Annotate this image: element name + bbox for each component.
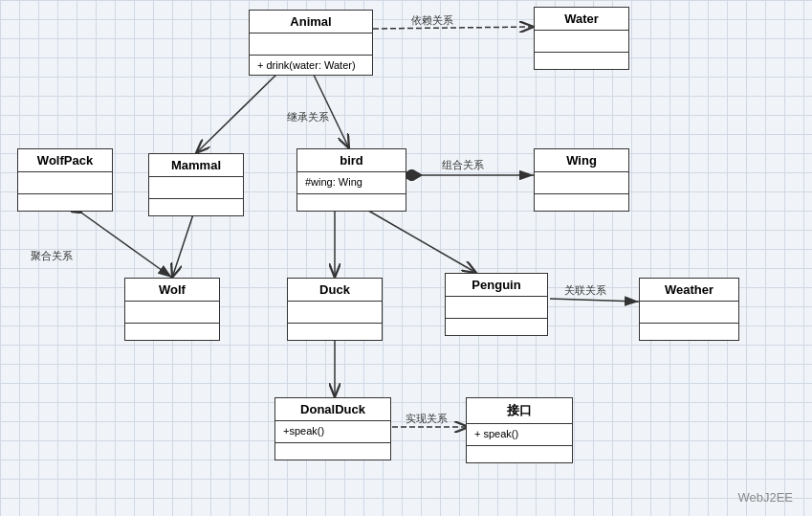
class-penguin-body xyxy=(446,297,547,318)
class-bird-body: #wing: Wing xyxy=(297,172,406,193)
class-wolf-name: Wolf xyxy=(125,279,219,302)
class-animal-name: Animal xyxy=(250,11,372,34)
class-donalduck-name: DonalDuck xyxy=(275,398,390,421)
class-wolf: Wolf xyxy=(124,278,220,341)
watermark: WebJ2EE xyxy=(737,490,793,505)
class-weather-body2 xyxy=(640,323,738,340)
class-duck: Duck xyxy=(287,278,383,341)
class-penguin: Penguin xyxy=(445,273,548,336)
class-interface: 接口 + speak() xyxy=(466,397,573,463)
class-donalduck: DonalDuck +speak() xyxy=(274,397,391,460)
class-water-body2 xyxy=(535,52,628,69)
class-water: Water xyxy=(534,7,629,70)
class-mammal: Mammal xyxy=(148,153,244,216)
class-weather-body xyxy=(640,302,738,323)
class-bird: bird #wing: Wing xyxy=(296,148,406,212)
class-wolfpack-name: WolfPack xyxy=(18,149,112,172)
class-wolfpack-body xyxy=(18,172,112,193)
class-wolf-body2 xyxy=(125,323,219,340)
label-aggregate: 聚合关系 xyxy=(31,249,73,263)
label-associate: 关联关系 xyxy=(564,283,606,298)
class-animal: Animal + drink(water: Water) xyxy=(249,10,373,76)
class-interface-name: 接口 xyxy=(467,398,572,424)
class-weather: Weather xyxy=(639,278,739,341)
class-bird-body2 xyxy=(297,193,406,211)
label-compose: 组合关系 xyxy=(442,158,484,172)
class-interface-body: + speak() xyxy=(467,424,572,445)
class-water-name: Water xyxy=(535,8,628,31)
class-duck-name: Duck xyxy=(288,279,382,302)
class-wing-name: Wing xyxy=(535,149,628,172)
class-penguin-body2 xyxy=(446,318,547,335)
class-animal-method: + drink(water: Water) xyxy=(250,55,372,75)
class-mammal-body2 xyxy=(149,198,243,215)
label-inherit: 继承关系 xyxy=(287,110,329,124)
class-mammal-body xyxy=(149,177,243,198)
class-wolf-body xyxy=(125,302,219,323)
class-donalduck-body: +speak() xyxy=(275,421,390,442)
class-interface-body2 xyxy=(467,445,572,462)
class-duck-body xyxy=(288,302,382,323)
class-wing-body2 xyxy=(535,193,628,211)
class-bird-name: bird xyxy=(297,149,406,172)
label-depends: 依赖关系 xyxy=(411,13,453,28)
class-donalduck-body2 xyxy=(275,442,390,460)
class-penguin-name: Penguin xyxy=(446,274,547,297)
class-weather-name: Weather xyxy=(640,279,738,302)
class-wing-body xyxy=(535,172,628,193)
class-wolfpack-body2 xyxy=(18,193,112,211)
class-wolfpack: WolfPack xyxy=(17,148,113,212)
class-mammal-name: Mammal xyxy=(149,154,243,177)
class-animal-body xyxy=(250,34,372,55)
label-realize: 实现关系 xyxy=(406,412,448,426)
class-wing: Wing xyxy=(534,148,629,212)
class-water-body xyxy=(535,31,628,52)
class-duck-body2 xyxy=(288,323,382,340)
grid-background xyxy=(0,0,812,516)
